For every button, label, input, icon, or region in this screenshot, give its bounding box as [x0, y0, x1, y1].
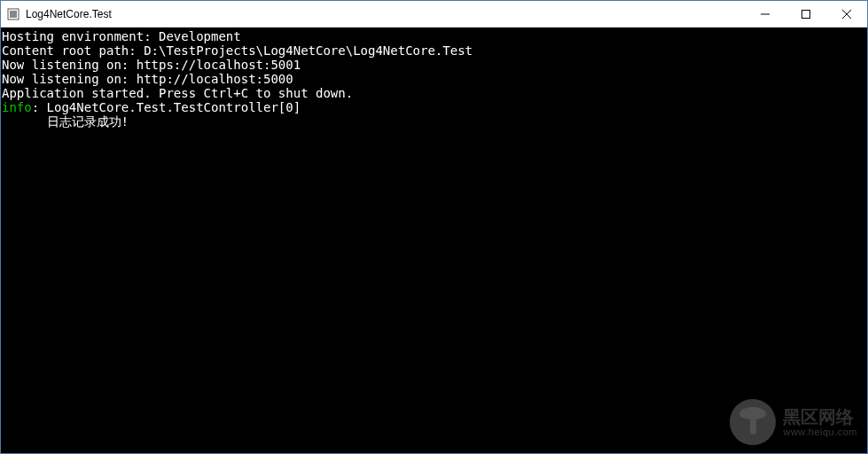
- console-line: Now listening on: http://localhost:5000: [2, 72, 867, 86]
- console-line: Content root path: D:\TestProjects\Log4N…: [2, 43, 867, 58]
- console-line: Hosting environment: Development: [2, 29, 867, 43]
- console-line: Application started. Press Ctrl+C to shu…: [2, 86, 867, 100]
- app-icon: [6, 7, 20, 21]
- minimize-button[interactable]: [745, 1, 786, 27]
- console-output: Hosting environment: DevelopmentContent …: [1, 27, 867, 453]
- console-line: Now listening on: https://localhost:5001: [2, 58, 867, 72]
- app-window: Log4NetCore.Test Hosting environment: De…: [0, 0, 868, 454]
- titlebar[interactable]: Log4NetCore.Test: [1, 1, 867, 27]
- console-line: 日志记录成功!: [2, 114, 867, 129]
- console-line: info: Log4NetCore.Test.TestController[0]: [2, 100, 867, 114]
- svg-rect-3: [802, 10, 810, 18]
- close-button[interactable]: [826, 1, 867, 27]
- log-level-info: info: [2, 100, 32, 114]
- window-title: Log4NetCore.Test: [26, 8, 112, 20]
- maximize-button[interactable]: [786, 1, 826, 27]
- titlebar-buttons: [745, 1, 867, 27]
- svg-rect-1: [10, 11, 17, 18]
